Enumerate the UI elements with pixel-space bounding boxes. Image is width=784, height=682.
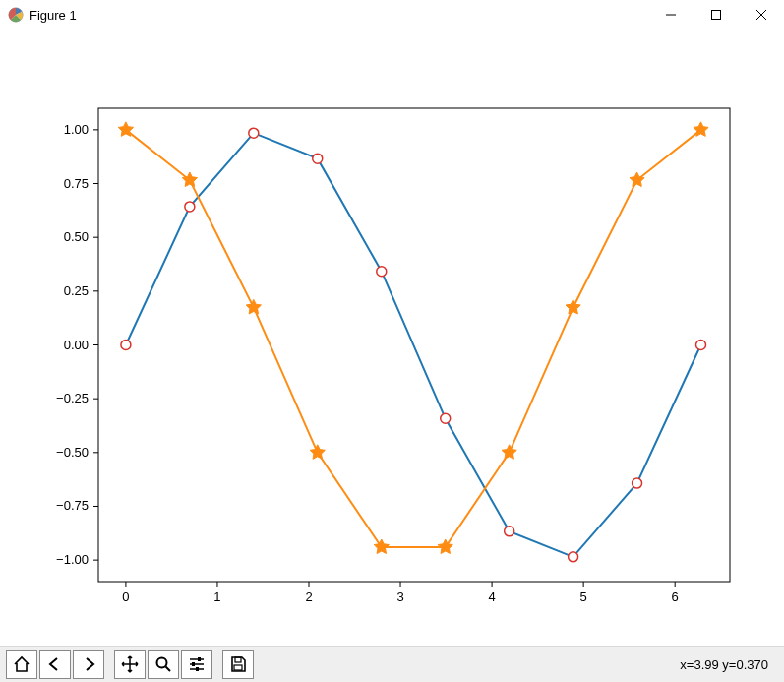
svg-rect-31 xyxy=(234,665,242,670)
ytick-label: 0.75 xyxy=(64,176,89,191)
xtick-label: 6 xyxy=(672,589,679,604)
marker-sin xyxy=(505,527,514,536)
window-title: Figure 1 xyxy=(30,8,77,23)
minimize-button[interactable] xyxy=(648,0,694,30)
nav-toolbar: x=3.99 y=0.370 xyxy=(0,646,784,682)
ytick-label: 0.00 xyxy=(64,338,89,352)
matplotlib-icon xyxy=(8,7,24,23)
marker-cos xyxy=(438,539,452,553)
marker-sin xyxy=(377,267,387,277)
ytick-label: 1.00 xyxy=(64,122,89,137)
series-sin xyxy=(126,133,701,557)
cursor-coords: x=3.99 y=0.370 xyxy=(680,657,778,672)
marker-sin xyxy=(313,154,323,163)
titlebar: Figure 1 xyxy=(0,0,784,30)
svg-rect-29 xyxy=(196,667,199,671)
marker-cos xyxy=(310,445,325,459)
marker-sin xyxy=(569,552,578,562)
xtick-label: 4 xyxy=(488,589,495,604)
save-button[interactable] xyxy=(222,650,254,679)
marker-cos xyxy=(374,539,389,553)
ytick-label: 0.25 xyxy=(64,283,89,298)
svg-point-22 xyxy=(157,658,167,668)
marker-sin xyxy=(249,128,259,138)
marker-sin xyxy=(185,202,195,212)
xtick-label: 1 xyxy=(213,589,220,604)
ytick-label: 0.50 xyxy=(64,229,89,244)
pan-button[interactable] xyxy=(114,650,146,679)
xtick-label: 0 xyxy=(122,589,129,604)
back-button[interactable] xyxy=(39,650,71,679)
ytick-label: −0.25 xyxy=(56,391,89,405)
zoom-button[interactable] xyxy=(148,650,179,679)
svg-rect-25 xyxy=(198,657,201,661)
series-cos xyxy=(126,130,701,547)
xtick-label: 5 xyxy=(580,589,587,604)
maximize-button[interactable] xyxy=(694,0,739,30)
xtick-label: 2 xyxy=(305,589,312,604)
xtick-label: 3 xyxy=(396,589,403,604)
svg-rect-27 xyxy=(192,662,195,666)
marker-sin xyxy=(633,478,642,488)
marker-cos xyxy=(182,172,197,186)
svg-rect-2 xyxy=(712,11,721,20)
plot-svg: 0123456−1.00−0.75−0.50−0.250.000.250.500… xyxy=(0,30,784,646)
close-button[interactable] xyxy=(739,0,784,30)
marker-sin xyxy=(121,341,131,350)
marker-sin xyxy=(696,341,706,350)
forward-button[interactable] xyxy=(73,650,104,679)
ytick-label: −0.50 xyxy=(56,445,89,460)
home-button[interactable] xyxy=(6,650,37,679)
plot-canvas[interactable]: 0123456−1.00−0.75−0.50−0.250.000.250.500… xyxy=(0,30,784,646)
figure-window: { "window": { "title": "Figure 1" }, "to… xyxy=(0,0,784,682)
ytick-label: −0.75 xyxy=(56,498,89,513)
svg-line-23 xyxy=(166,667,171,672)
marker-cos xyxy=(630,172,644,186)
configure-button[interactable] xyxy=(181,650,212,679)
marker-cos xyxy=(246,299,261,313)
ytick-label: −1.00 xyxy=(56,552,89,567)
marker-cos xyxy=(566,299,580,313)
marker-cos xyxy=(502,445,516,459)
marker-sin xyxy=(441,413,451,423)
